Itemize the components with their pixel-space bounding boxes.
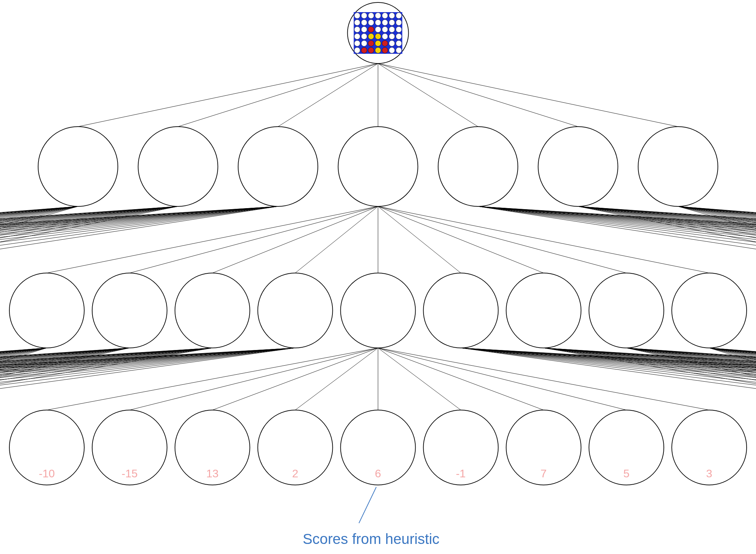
edge-ply1-ply2 xyxy=(378,206,627,273)
board-cell xyxy=(361,34,367,40)
board-cell xyxy=(396,27,402,33)
leaf-score: 6 xyxy=(375,467,381,480)
board-cell xyxy=(375,27,381,33)
leaf-score: 5 xyxy=(623,467,629,480)
ply1-node xyxy=(38,127,118,206)
board-cell xyxy=(354,41,360,46)
leaf-score: -10 xyxy=(39,467,55,480)
board-cell xyxy=(396,48,402,53)
board-cell xyxy=(368,41,374,46)
board-cell xyxy=(389,41,395,46)
board-cell xyxy=(382,27,388,33)
edge-ply1-ply2 xyxy=(130,206,378,273)
board-cell xyxy=(368,20,374,26)
ply2-node xyxy=(92,273,167,348)
board-cell xyxy=(354,48,360,53)
ply1-node xyxy=(538,127,618,206)
board-cell xyxy=(361,48,367,53)
board-cell xyxy=(396,41,402,46)
edge-ply0-ply1 xyxy=(278,63,378,127)
ply2-node xyxy=(341,273,416,348)
board-cell xyxy=(361,41,367,46)
ply1-node xyxy=(238,127,318,206)
board-cell xyxy=(354,13,360,19)
board-cell xyxy=(382,34,388,40)
board-cell xyxy=(375,20,381,26)
caption: Scores from heuristic xyxy=(303,531,439,547)
edge-ply1-ply2 xyxy=(212,206,378,273)
ply1-node xyxy=(438,127,518,206)
board-cell xyxy=(382,41,388,46)
board-cell xyxy=(354,34,360,40)
leaf-score: 7 xyxy=(540,467,547,480)
board-cell xyxy=(375,13,381,19)
board-cell xyxy=(361,27,367,33)
edge-ply0-ply1 xyxy=(378,63,478,127)
board-cell xyxy=(396,34,402,40)
board-cell xyxy=(382,20,388,26)
board-cell xyxy=(389,20,395,26)
ply2-node xyxy=(175,273,250,348)
edge-ply1-ply2 xyxy=(378,206,461,273)
board-cell xyxy=(389,34,395,40)
ply2-node xyxy=(672,273,747,348)
ply1-node xyxy=(138,127,218,206)
ply2-node xyxy=(423,273,498,348)
edge-ply0-ply1 xyxy=(378,63,678,127)
board-cell xyxy=(396,20,402,26)
board-cell xyxy=(368,48,374,53)
edge-ply1-ply2 xyxy=(295,206,378,273)
board-cell xyxy=(375,34,381,40)
board-cell xyxy=(389,27,395,33)
leaf-score: 3 xyxy=(706,467,712,480)
board-cell xyxy=(354,27,360,33)
leaf-score: -1 xyxy=(456,467,466,480)
board-cell xyxy=(375,41,381,46)
board-cell xyxy=(382,48,388,53)
ply2-node xyxy=(9,273,84,348)
ply1-node xyxy=(338,127,418,206)
ply2-node xyxy=(506,273,581,348)
edge-ply0-ply1 xyxy=(178,63,378,127)
edge-ply0-ply1 xyxy=(378,63,578,127)
edge-ply2-ply3 xyxy=(378,348,544,410)
board-cell xyxy=(361,20,367,26)
board-cell xyxy=(368,13,374,19)
ply1-node xyxy=(638,127,718,206)
board-cell xyxy=(396,13,402,19)
board-cell xyxy=(368,34,374,40)
edge-ply1-ply2 xyxy=(378,206,544,273)
board-cell xyxy=(375,48,381,53)
ply2-node xyxy=(589,273,664,348)
edge-ply0-ply1 xyxy=(78,63,378,127)
leaf-score: 13 xyxy=(206,467,219,480)
board-cell xyxy=(389,13,395,19)
board-cell xyxy=(368,27,374,33)
edge-ply2-ply3 xyxy=(295,348,378,410)
board-cell xyxy=(361,13,367,19)
edge-ply2-ply3 xyxy=(378,348,461,410)
board-cell xyxy=(354,20,360,26)
edge-ply2-ply3 xyxy=(212,348,378,410)
caption-pointer xyxy=(359,487,376,523)
ply2-node xyxy=(258,273,333,348)
leaf-score: 2 xyxy=(292,467,298,480)
board-cell xyxy=(382,13,388,19)
board-cell xyxy=(389,48,395,53)
leaf-score: -15 xyxy=(122,467,138,480)
